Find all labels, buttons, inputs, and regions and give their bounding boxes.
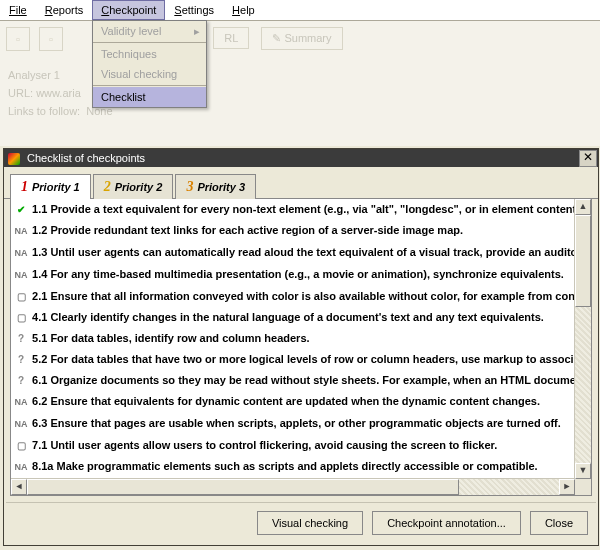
checkpoint-row[interactable]: ▢ 7.1 Until user agents allow users to c…: [11, 435, 575, 456]
status-icon: NA: [13, 267, 29, 284]
background-toolbar: ▫ ▫ RL ✎ Summary Analyser 1 URL: www.ari…: [0, 21, 600, 146]
tab-priority-3[interactable]: 3Priority 3: [175, 174, 256, 199]
checklist-titlebar[interactable]: Checklist of checkpoints ✕: [4, 149, 598, 167]
priority-tabs: 1Priority 1 2Priority 2 3Priority 3: [4, 167, 598, 199]
close-icon[interactable]: ✕: [579, 150, 597, 167]
visual-checking-button[interactable]: Visual checking: [257, 511, 363, 535]
checkpoint-row[interactable]: NA 1.4 For any time-based multimedia pre…: [11, 264, 575, 286]
window-title: Checklist of checkpoints: [27, 152, 145, 164]
menubar: File Reports Checkpoint Settings Help: [0, 0, 600, 21]
scroll-thumb-h[interactable]: [27, 479, 459, 495]
menuitem-visual-checking[interactable]: Visual checking: [93, 64, 206, 84]
checkpoint-dropdown: Validity level Techniques Visual checkin…: [92, 20, 207, 108]
status-icon: NA: [13, 394, 29, 411]
checkpoint-row[interactable]: ✔ 1.1 Provide a text equivalent for ever…: [11, 199, 575, 220]
status-icon: ?: [13, 330, 29, 347]
menuitem-checklist[interactable]: Checklist: [93, 87, 206, 107]
status-icon: ✔: [13, 201, 29, 218]
checklist-window: Checklist of checkpoints ✕ 1Priority 1 2…: [3, 148, 599, 546]
menu-separator: [93, 85, 206, 86]
scroll-up-icon[interactable]: ▲: [575, 199, 591, 215]
status-icon: ?: [13, 372, 29, 389]
tab-priority-2[interactable]: 2Priority 2: [93, 174, 174, 199]
status-icon: NA: [13, 245, 29, 262]
ghost-summary-button: ✎ Summary: [261, 27, 342, 50]
status-icon: NA: [13, 459, 29, 476]
horizontal-scrollbar[interactable]: ◄ ►: [11, 478, 575, 495]
scroll-down-icon[interactable]: ▼: [575, 463, 591, 479]
checkpoint-row[interactable]: NA 1.2 Provide redundant text links for …: [11, 220, 575, 242]
button-bar: Visual checking Checkpoint annotation...…: [6, 502, 596, 543]
vertical-scrollbar[interactable]: ▲ ▼: [574, 199, 591, 479]
checkpoint-list: ✔ 1.1 Provide a text equivalent for ever…: [10, 199, 592, 496]
scroll-corner: [575, 479, 591, 495]
menu-help[interactable]: Help: [223, 0, 264, 20]
checkpoint-annotation-button[interactable]: Checkpoint annotation...: [372, 511, 521, 535]
checkpoint-row[interactable]: ▢ 2.1 Ensure that all information convey…: [11, 286, 575, 307]
checkpoint-row[interactable]: ? 6.1 Organize documents so they may be …: [11, 370, 575, 391]
tab-priority-1[interactable]: 1Priority 1: [10, 174, 91, 199]
scroll-thumb[interactable]: [575, 215, 591, 307]
menu-checkpoint[interactable]: Checkpoint: [92, 0, 165, 20]
menuitem-validity-level[interactable]: Validity level: [93, 21, 206, 41]
checkpoint-row[interactable]: NA 8.1a Make programmatic elements such …: [11, 456, 575, 478]
toolbar-btn-2: ▫: [39, 27, 63, 51]
status-icon: ▢: [13, 309, 29, 326]
status-icon: ?: [13, 351, 29, 368]
checkpoint-row[interactable]: ? 5.1 For data tables, identify row and …: [11, 328, 575, 349]
menuitem-techniques[interactable]: Techniques: [93, 44, 206, 64]
checkpoint-row[interactable]: ▢ 4.1 Clearly identify changes in the na…: [11, 307, 575, 328]
scroll-right-icon[interactable]: ►: [559, 479, 575, 495]
menu-settings[interactable]: Settings: [165, 0, 223, 20]
ghost-rl-button: RL: [213, 27, 249, 49]
toolbar-btn-1: ▫: [6, 27, 30, 51]
checkpoint-row[interactable]: ? 5.2 For data tables that have two or m…: [11, 349, 575, 370]
status-icon: NA: [13, 223, 29, 240]
close-button[interactable]: Close: [530, 511, 588, 535]
app-logo-icon: [8, 153, 20, 165]
checkpoint-row[interactable]: NA 6.3 Ensure that pages are usable when…: [11, 413, 575, 435]
status-icon: NA: [13, 416, 29, 433]
menu-reports[interactable]: Reports: [36, 0, 93, 20]
scroll-left-icon[interactable]: ◄: [11, 479, 27, 495]
status-icon: ▢: [13, 288, 29, 305]
checkpoint-row[interactable]: NA 1.3 Until user agents can automatical…: [11, 242, 575, 264]
checkpoint-row[interactable]: NA 6.2 Ensure that equivalents for dynam…: [11, 391, 575, 413]
menu-file[interactable]: File: [0, 0, 36, 20]
status-icon: ▢: [13, 437, 29, 454]
menu-separator: [93, 42, 206, 43]
